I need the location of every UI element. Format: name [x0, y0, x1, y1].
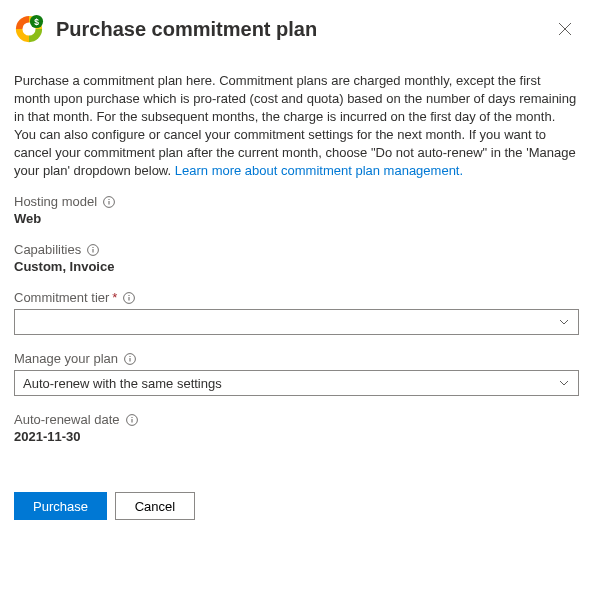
field-label-row: Hosting model	[14, 194, 579, 209]
chevron-down-icon	[558, 377, 570, 389]
close-button[interactable]	[551, 15, 579, 43]
field-label-row: Commitment tier *	[14, 290, 579, 305]
hosting-model-label: Hosting model	[14, 194, 97, 209]
svg-rect-5	[109, 201, 110, 205]
purchase-commitment-panel: $ Purchase commitment plan Purchase a co…	[0, 0, 603, 540]
svg-rect-6	[109, 199, 110, 200]
field-label-row: Auto-renewal date	[14, 412, 579, 427]
commitment-tier-label: Commitment tier	[14, 290, 109, 305]
manage-plan-selected: Auto-renew with the same settings	[23, 376, 222, 391]
svg-rect-8	[93, 249, 94, 253]
info-icon[interactable]	[124, 353, 136, 365]
hosting-model-field: Hosting model Web	[14, 194, 579, 226]
info-icon[interactable]	[87, 244, 99, 256]
capabilities-field: Capabilities Custom, Invoice	[14, 242, 579, 274]
commitment-tier-field: Commitment tier *	[14, 290, 579, 335]
auto-renewal-date-value: 2021-11-30	[14, 429, 579, 444]
cancel-button[interactable]: Cancel	[115, 492, 195, 520]
manage-plan-label: Manage your plan	[14, 351, 118, 366]
hosting-model-value: Web	[14, 211, 579, 226]
svg-rect-11	[129, 297, 130, 301]
svg-rect-12	[129, 295, 130, 296]
svg-rect-9	[93, 247, 94, 248]
footer: Purchase Cancel	[14, 492, 579, 520]
auto-renewal-date-field: Auto-renewal date 2021-11-30	[14, 412, 579, 444]
field-label-row: Capabilities	[14, 242, 579, 257]
auto-renewal-date-label: Auto-renewal date	[14, 412, 120, 427]
learn-more-link[interactable]: Learn more about commitment plan managem…	[175, 163, 463, 178]
manage-plan-field: Manage your plan Auto-renew with the sam…	[14, 351, 579, 396]
svg-rect-18	[131, 417, 132, 418]
product-icon: $	[14, 14, 44, 44]
close-icon	[558, 22, 572, 36]
field-label-row: Manage your plan	[14, 351, 579, 366]
info-icon[interactable]	[126, 414, 138, 426]
svg-rect-17	[131, 419, 132, 423]
panel-title: Purchase commitment plan	[56, 18, 551, 41]
info-icon[interactable]	[123, 292, 135, 304]
chevron-down-icon	[558, 316, 570, 328]
svg-text:$: $	[34, 17, 39, 27]
capabilities-value: Custom, Invoice	[14, 259, 579, 274]
commitment-tier-select[interactable]	[14, 309, 579, 335]
info-icon[interactable]	[103, 196, 115, 208]
svg-rect-15	[130, 356, 131, 357]
purchase-button[interactable]: Purchase	[14, 492, 107, 520]
required-marker: *	[112, 290, 117, 305]
capabilities-label: Capabilities	[14, 242, 81, 257]
panel-header: $ Purchase commitment plan	[14, 14, 579, 44]
svg-rect-14	[130, 358, 131, 362]
description-text: Purchase a commitment plan here. Commitm…	[14, 72, 579, 180]
manage-plan-select[interactable]: Auto-renew with the same settings	[14, 370, 579, 396]
